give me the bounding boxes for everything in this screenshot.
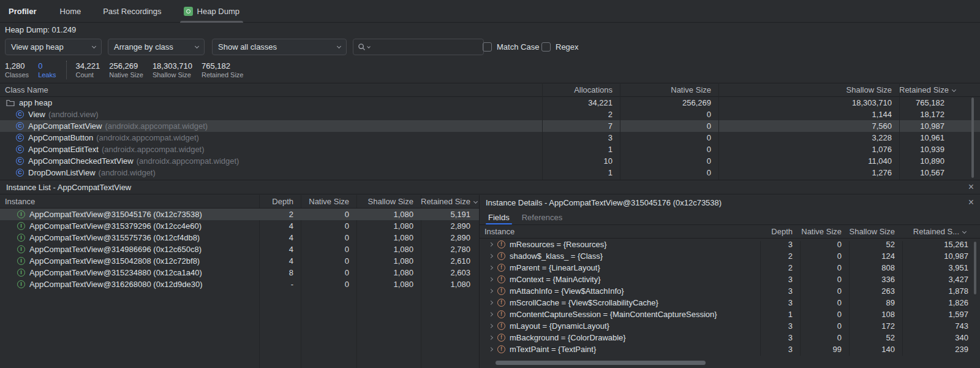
expand-chevron-icon xyxy=(489,312,493,316)
stat-shallow-size: 18,303,710Shallow Size xyxy=(153,61,192,79)
class-icon: C xyxy=(16,122,24,130)
sort-chevron-icon xyxy=(962,229,967,234)
instance-row[interactable]: IAppCompatTextView@315234880 (0x12ca1a40… xyxy=(0,267,479,278)
field-row[interactable]: fshadow$_klass_ = {Class}2012410,987 xyxy=(480,250,980,262)
instance-header-native-size[interactable]: Native Size xyxy=(301,195,356,208)
field-header-instance[interactable]: Instance xyxy=(480,225,760,238)
arrange-select[interactable]: Arrange by class xyxy=(108,39,205,55)
instance-list-panel: InstanceDepthNative SizeShallow SizeReta… xyxy=(0,195,479,368)
cell-instance-name: IAppCompatTextView@315575736 (0x12cf4db8… xyxy=(0,232,259,243)
cell-shallow: 1,076 xyxy=(718,144,899,155)
instance-row[interactable]: IAppCompatTextView@315045176 (0x12c73538… xyxy=(0,209,479,220)
instance-header-shallow-size[interactable]: Shallow Size xyxy=(356,195,421,208)
cell-shallow: 11,040 xyxy=(718,155,899,167)
expand-chevron-icon xyxy=(489,277,493,282)
class-header-retained-size[interactable]: Retained Size xyxy=(899,83,980,96)
cell-depth: - xyxy=(259,278,301,290)
cell-retained: 15,261 xyxy=(902,239,980,250)
class-name: View xyxy=(28,109,45,120)
class-table-row[interactable]: CAppCompatTextView(androidx.appcompat.wi… xyxy=(0,120,980,132)
cell-native: 99 xyxy=(800,343,849,355)
field-row[interactable]: fmAttachInfo = {View$AttachInfo}302631,8… xyxy=(480,285,980,297)
field-row[interactable]: fmBackground = {ColorDrawable}3052340 xyxy=(480,332,980,343)
instance-list-close-icon[interactable]: × xyxy=(968,182,974,192)
class-table-row[interactable]: CAppCompatCheckedTextView(androidx.appco… xyxy=(0,155,980,167)
field-row[interactable]: fmResources = {Resources}305215,261 xyxy=(480,239,980,250)
search-input[interactable] xyxy=(372,42,479,52)
class-header-allocations[interactable]: Allocations xyxy=(542,83,620,96)
instance-row[interactable]: IAppCompatTextView@314986696 (0x12c650c8… xyxy=(0,243,479,255)
instance-details-tabs: FieldsReferences xyxy=(480,210,980,225)
cell-native: 0 xyxy=(620,109,718,120)
tab-fields[interactable]: Fields xyxy=(488,210,510,224)
class-table-row[interactable]: CView(android.view)201,14418,172 xyxy=(0,109,980,120)
class-header-shallow-size[interactable]: Shallow Size xyxy=(718,83,899,96)
class-filter-select[interactable]: Show all classes xyxy=(212,39,347,55)
class-table-scrollbar[interactable] xyxy=(971,98,974,178)
field-row[interactable]: fmContentCaptureSession = {MainContentCa… xyxy=(480,309,980,320)
cell-retained: 239 xyxy=(902,343,980,355)
search-field[interactable] xyxy=(353,39,484,55)
class-table-row[interactable]: app heap34,221256,26918,303,710765,182 xyxy=(0,97,980,109)
class-icon: C xyxy=(16,169,24,177)
field-header-native-size[interactable]: Native Size xyxy=(800,225,849,238)
instance-details-close-icon[interactable]: × xyxy=(968,197,974,207)
tab-past-recordings[interactable]: Past Recordings xyxy=(98,0,166,23)
class-package: (android.view) xyxy=(48,109,99,120)
arrange-value: Arrange by class xyxy=(114,42,173,52)
field-row[interactable]: fmLayout = {DynamicLayout}30172743 xyxy=(480,320,980,332)
class-header-native-size[interactable]: Native Size xyxy=(620,83,718,96)
class-table-row[interactable]: CDropDownListView(android.widget)101,276… xyxy=(0,167,980,178)
field-row[interactable]: fmParent = {LinearLayout}208083,951 xyxy=(480,262,980,274)
tab-heap-dump[interactable]: Heap Dump xyxy=(179,0,244,23)
field-row[interactable]: fmTextPaint = {TextPaint}399140239 xyxy=(480,343,980,355)
regex-checkbox[interactable]: Regex xyxy=(541,39,579,55)
field-header-retained-s[interactable]: Retained S... xyxy=(902,225,980,238)
instance-row[interactable]: IAppCompatTextView@315042808 (0x12c72bf8… xyxy=(0,255,479,267)
instance-icon: I xyxy=(17,222,25,230)
cell-native: 0 xyxy=(620,120,718,132)
field-name: mParent = {LinearLayout} xyxy=(510,262,600,274)
stat-leaks: 0Leaks xyxy=(38,61,56,79)
instance-header-instance[interactable]: Instance xyxy=(0,195,259,208)
cell-retained: 1,826 xyxy=(902,297,980,309)
heap-scope-select[interactable]: View app heap xyxy=(5,39,102,55)
cell-native: 0 xyxy=(620,144,718,155)
cell-shallow: 89 xyxy=(849,297,902,309)
sort-chevron-icon xyxy=(473,199,478,204)
tab-home[interactable]: Home xyxy=(55,0,86,23)
field-row[interactable]: fmScrollCache = {View$ScrollabilityCache… xyxy=(480,297,980,309)
cell-shallow: 3,228 xyxy=(718,132,899,144)
cell-depth: 4 xyxy=(259,243,301,255)
field-icon: f xyxy=(497,345,505,353)
instance-header-retained-size[interactable]: Retained Size xyxy=(421,195,479,208)
cell-depth: 1 xyxy=(760,309,800,320)
instance-row[interactable]: IAppCompatTextView@316268080 (0x12d9de30… xyxy=(0,278,479,290)
class-table-row[interactable]: CAppCompatButton(androidx.appcompat.widg… xyxy=(0,132,980,144)
top-tab-bar: Profiler HomePast RecordingsHeap Dump xyxy=(0,0,980,23)
stat-value: 34,221 xyxy=(75,61,100,71)
match-case-checkbox[interactable]: Match Case xyxy=(483,39,539,55)
field-header-shallow-size[interactable]: Shallow Size xyxy=(849,225,902,238)
class-header-class-name[interactable]: Class Name xyxy=(0,83,542,96)
cell-retained: 743 xyxy=(902,320,980,332)
class-table-row[interactable]: CAppCompatEditText(androidx.appcompat.wi… xyxy=(0,144,980,155)
cell-instance-name: IAppCompatTextView@314986696 (0x12c650c8… xyxy=(0,243,259,255)
field-name: mContext = {MainActivity} xyxy=(510,274,600,285)
instance-row[interactable]: IAppCompatTextView@315379296 (0x12cc4e60… xyxy=(0,220,479,232)
field-row[interactable]: fmContext = {MainActivity}303363,427 xyxy=(480,274,980,285)
cell-class-name: CAppCompatTextView(androidx.appcompat.wi… xyxy=(0,120,542,132)
cell-shallow: 52 xyxy=(849,332,902,343)
stat-native-size: 256,269Native Size xyxy=(109,61,143,79)
field-icon: f xyxy=(497,310,505,318)
cell-shallow: 7,560 xyxy=(718,120,899,132)
instance-row[interactable]: IAppCompatTextView@315575736 (0x12cf4db8… xyxy=(0,232,479,243)
tab-references[interactable]: References xyxy=(522,210,562,224)
expand-chevron-icon xyxy=(489,289,493,293)
instance-header-depth[interactable]: Depth xyxy=(259,195,301,208)
cell-allocations: 10 xyxy=(542,155,620,167)
field-name: mContentCaptureSession = {MainContentCap… xyxy=(510,309,717,320)
field-header-depth[interactable]: Depth xyxy=(760,225,800,238)
fields-horizontal-scrollbar[interactable] xyxy=(496,361,706,365)
cell-native: 0 xyxy=(620,167,718,178)
